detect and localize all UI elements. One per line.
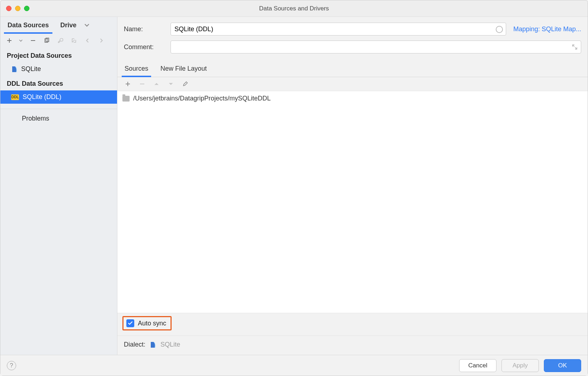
tree-item-label: Problems	[22, 115, 49, 122]
move-down-icon	[167, 80, 175, 88]
apply-button: Apply	[501, 359, 539, 372]
add-dropdown-icon[interactable]	[19, 39, 23, 42]
sources-toolbar	[117, 77, 588, 91]
sidebar-toolbar	[0, 33, 117, 48]
dialog-window: Data Sources and Drivers Data Sources Dr…	[0, 0, 588, 376]
tree-item-sqlite[interactable]: SQLite	[0, 62, 117, 76]
cancel-button[interactable]: Cancel	[459, 359, 496, 372]
tree-item-problems[interactable]: Problems	[0, 112, 117, 125]
form-area: Name: Mapping: SQLite Map... Comment:	[117, 17, 588, 58]
tab-sources[interactable]: Sources	[124, 62, 149, 77]
source-path: /Users/jetbrains/DatagripProjects/mySQLi…	[133, 95, 271, 102]
nav-forward-icon	[97, 37, 105, 44]
add-source-button[interactable]	[124, 80, 132, 88]
sidebar-divider	[0, 109, 117, 109]
sqlite-icon	[150, 342, 156, 348]
wrench-icon	[56, 37, 64, 44]
sources-list: /Users/jetbrains/DatagripProjects/mySQLi…	[117, 91, 588, 313]
autosync-label: Auto sync	[138, 320, 166, 327]
main-tabs: Sources New File Layout	[117, 58, 588, 77]
section-ddl-data-sources: DDL Data Sources	[0, 76, 117, 90]
expand-icon[interactable]	[571, 44, 578, 50]
comment-label: Comment:	[124, 43, 171, 51]
color-picker-icon[interactable]	[496, 26, 503, 33]
dialect-value[interactable]: SQLite	[160, 341, 180, 348]
remove-datasource-button[interactable]	[29, 37, 37, 44]
remove-source-button	[138, 80, 146, 88]
sidebar-tabs: Data Sources Drive	[0, 17, 117, 33]
sidebar: Data Sources Drive	[0, 17, 117, 355]
edit-source-button[interactable]	[181, 80, 189, 88]
name-label: Name:	[124, 25, 171, 33]
move-up-icon	[153, 80, 160, 88]
tree-item-sqlite-ddl[interactable]: DDL SQLite (DDL)	[0, 90, 117, 104]
comment-row: Comment:	[124, 41, 581, 53]
dialect-row: Dialect: SQLite	[117, 336, 588, 355]
main-panel: Name: Mapping: SQLite Map... Comment:	[117, 17, 588, 355]
mapping-link[interactable]: Mapping: SQLite Map...	[513, 25, 581, 33]
window-title: Data Sources and Drivers	[6, 5, 582, 12]
tree-item-label: SQLite	[21, 65, 41, 73]
dialog-footer: ? Cancel Apply OK	[0, 355, 588, 376]
section-project-data-sources: Project Data Sources	[0, 48, 117, 62]
name-row: Name: Mapping: SQLite Map...	[124, 23, 581, 36]
help-button[interactable]: ?	[7, 361, 16, 370]
window-controls	[6, 6, 29, 11]
tab-data-sources[interactable]: Data Sources	[4, 17, 52, 33]
close-window-button[interactable]	[6, 6, 11, 11]
dialect-label: Dialect:	[124, 341, 145, 348]
folder-icon	[122, 96, 130, 102]
autosync-section: Auto sync	[117, 313, 588, 336]
nav-back-icon	[84, 37, 92, 44]
name-input[interactable]	[174, 25, 502, 33]
titlebar: Data Sources and Drivers	[0, 0, 588, 17]
minimize-window-button[interactable]	[15, 6, 20, 11]
source-row[interactable]: /Users/jetbrains/DatagripProjects/mySQLi…	[117, 93, 588, 104]
comment-input-wrapper	[171, 41, 581, 53]
tree-item-label: SQLite (DDL)	[23, 93, 61, 101]
ok-button[interactable]: OK	[544, 359, 581, 372]
tab-new-file-layout[interactable]: New File Layout	[160, 62, 207, 77]
autosync-highlight: Auto sync	[122, 316, 172, 330]
comment-input[interactable]	[174, 43, 577, 51]
zoom-window-button[interactable]	[24, 6, 29, 11]
tab-drivers[interactable]: Drive	[57, 17, 80, 33]
autosync-checkbox[interactable]	[126, 319, 134, 327]
add-datasource-button[interactable]	[5, 37, 13, 44]
make-global-icon	[70, 37, 78, 44]
name-input-wrapper	[171, 23, 506, 36]
tabs-overflow-icon[interactable]	[84, 17, 92, 33]
dialog-body: Data Sources Drive	[0, 17, 588, 355]
ddl-icon: DDL	[11, 94, 19, 100]
copy-datasource-button[interactable]	[43, 37, 51, 44]
sqlite-icon	[11, 66, 18, 72]
